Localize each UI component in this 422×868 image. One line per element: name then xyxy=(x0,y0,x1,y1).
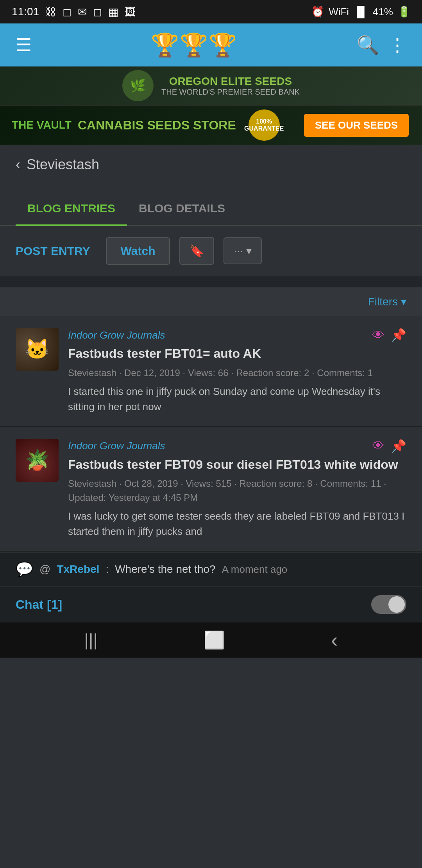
entry-category-1[interactable]: Indoor Grow Journals xyxy=(68,329,165,341)
seedbank-banner[interactable]: 🌿 OREGON ELITE SEEDS THE WORLD'S PREMIER… xyxy=(0,66,422,106)
nav-back-icon[interactable]: ‹ xyxy=(331,628,338,652)
nav-menu-icon[interactable]: ||| xyxy=(84,630,98,650)
chat-colon: : xyxy=(106,563,109,576)
qr-icon: ▦ xyxy=(108,5,118,18)
watch-label: Watch xyxy=(121,244,156,258)
pin-icon-1: 📌 xyxy=(391,328,406,343)
tab-blog-details[interactable]: BLOG DETAILS xyxy=(127,192,237,226)
vault-cta-button[interactable]: SEE OUR SEEDS xyxy=(304,114,409,137)
entry-reaction-2: Reaction score: 8 xyxy=(240,478,313,489)
entry-date-1: Dec 12, 2019 xyxy=(124,368,180,378)
filters-button[interactable]: Filters ▾ xyxy=(368,295,406,308)
entry-category-2[interactable]: Indoor Grow Journals xyxy=(68,440,165,452)
entry-excerpt-1: I started this one in jiffy puck on Sund… xyxy=(68,384,406,414)
banner-ads: 🌿 OREGON ELITE SEEDS THE WORLD'S PREMIER… xyxy=(0,66,422,145)
chat-notification: 💬 @ TxRebel : Where's the net tho? A mom… xyxy=(0,552,422,586)
seedbank-name: OREGON ELITE SEEDS xyxy=(161,75,300,88)
blog-tabs: BLOG ENTRIES BLOG DETAILS xyxy=(0,192,422,226)
instagram-icon: ◻ xyxy=(63,5,72,18)
thumbnail-image-2: 🪴 xyxy=(16,439,59,482)
chat-message-text: Where's the net tho? xyxy=(115,563,216,576)
entry-title-2: Fastbuds tester FBT09 sour diesel FBT013… xyxy=(68,457,406,473)
wifi-icon: WiFi xyxy=(329,6,349,18)
vault-brand: THE VAULT xyxy=(12,119,72,131)
post-entry-button[interactable]: POST ENTRY xyxy=(16,244,90,258)
entry-meta-top-1: Indoor Grow Journals 👁 📌 xyxy=(68,328,406,343)
entry-comments-2: Comments: 11 xyxy=(320,478,381,489)
thumbnail-image-1: 🐱 xyxy=(16,328,59,371)
back-navigation[interactable]: ‹ Steviestash xyxy=(0,145,422,185)
battery-level: 41% xyxy=(373,6,393,18)
chat-timestamp: A moment ago xyxy=(222,563,288,576)
blog-entry-2[interactable]: 🪴 Indoor Grow Journals 👁 📌 Fastbuds test… xyxy=(0,427,422,552)
entry-content-1: Indoor Grow Journals 👁 📌 Fastbuds tester… xyxy=(68,328,406,414)
entry-author-1: Steviestash xyxy=(68,368,116,378)
more-dots-label: ··· xyxy=(234,245,243,257)
entry-title-1: Fastbuds tester FBT01= auto AK xyxy=(68,346,406,362)
vault-store-name: CANNABIS SEEDS STORE xyxy=(78,118,236,133)
alarm-icon: ⏰ xyxy=(311,6,324,18)
more-actions-button[interactable]: ··· ▾ xyxy=(224,237,261,264)
mail-icon: ✉ xyxy=(78,5,87,18)
chat-at-symbol: @ xyxy=(39,563,50,576)
seedbank-tagline: THE WORLD'S PREMIER SEED BANK xyxy=(161,88,300,97)
entry-views-2: Views: 515 xyxy=(186,478,232,489)
chat-toggle-knob xyxy=(388,596,405,613)
back-chevron-icon[interactable]: ‹ xyxy=(16,156,20,173)
vault-guarantee-badge: 100% GUARANTEE xyxy=(249,109,280,141)
battery-icon: 🔋 xyxy=(398,6,410,18)
entry-icons-2: 👁 📌 xyxy=(372,439,406,454)
hamburger-menu-button[interactable]: ☰ xyxy=(16,34,32,56)
status-left: 11:01 ⛓ ◻ ✉ ◻ ▦ 🖼 xyxy=(12,5,136,18)
filters-label: Filters xyxy=(368,296,398,308)
chain-icon: ⛓ xyxy=(45,5,56,18)
bottom-nav-bar: ||| ⬜ ‹ xyxy=(0,622,422,658)
pin-icon-2: 📌 xyxy=(391,439,406,454)
entry-comments-1: Comments: 1 xyxy=(317,368,373,378)
more-options-icon[interactable]: ⋮ xyxy=(388,34,406,56)
filters-bar: Filters ▾ xyxy=(0,287,422,316)
nav-right-actions: 🔍 ⋮ xyxy=(357,34,406,56)
entry-meta-top-2: Indoor Grow Journals 👁 📌 xyxy=(68,439,406,454)
dropdown-chevron-icon: ▾ xyxy=(246,244,252,257)
top-nav-bar: ☰ 🏆🏆🏆 🔍 ⋮ xyxy=(0,23,422,66)
entry-thumbnail-1: 🐱 xyxy=(16,328,59,371)
entry-info-1: Steviestash · Dec 12, 2019 · Views: 66 ·… xyxy=(68,366,406,380)
chat-bubble-icon: 💬 xyxy=(16,561,33,577)
bookmark-button[interactable]: 🔖 xyxy=(179,237,214,265)
watch-button[interactable]: Watch xyxy=(106,237,170,265)
entry-thumbnail-2: 🪴 xyxy=(16,439,59,482)
status-time: 11:01 xyxy=(12,5,39,18)
entry-date-2: Oct 28, 2019 xyxy=(124,478,178,489)
action-bar: POST ENTRY Watch 🔖 ··· ▾ xyxy=(0,226,422,276)
search-icon[interactable]: 🔍 xyxy=(357,34,379,56)
chat-username[interactable]: TxRebel xyxy=(57,563,99,576)
entry-header-2: 🪴 Indoor Grow Journals 👁 📌 Fastbuds test… xyxy=(16,439,406,540)
back-title-label: Steviestash xyxy=(27,156,99,173)
status-right: ⏰ WiFi ▐▌ 41% 🔋 xyxy=(311,6,410,18)
chat-label[interactable]: Chat [1] xyxy=(16,597,62,612)
entry-updated-2: Updated: Yesterday at 4:45 PM xyxy=(68,492,198,503)
entry-icons-1: 👁 📌 xyxy=(372,328,406,343)
blog-entries-list: 🐱 Indoor Grow Journals 👁 📌 Fastbuds test… xyxy=(0,316,422,552)
section-divider xyxy=(0,276,422,287)
entry-excerpt-2: I was lucky to get some tester seeds the… xyxy=(68,509,406,539)
filters-chevron-icon: ▾ xyxy=(401,295,406,308)
watched-eye-icon-2: 👁 xyxy=(372,439,384,453)
status-bar: 11:01 ⛓ ◻ ✉ ◻ ▦ 🖼 ⏰ WiFi ▐▌ 41% 🔋 xyxy=(0,0,422,23)
blog-entry-1[interactable]: 🐱 Indoor Grow Journals 👁 📌 Fastbuds test… xyxy=(0,316,422,427)
chat-toggle-button[interactable] xyxy=(371,595,406,614)
instagram2-icon: ◻ xyxy=(93,5,102,18)
watched-eye-icon-1: 👁 xyxy=(372,328,384,343)
vault-banner[interactable]: THE VAULT CANNABIS SEEDS STORE 100% GUAR… xyxy=(0,106,422,145)
tab-blog-entries[interactable]: BLOG ENTRIES xyxy=(16,192,127,226)
entry-author-2: Steviestash xyxy=(68,478,116,489)
entry-reaction-1: Reaction score: 2 xyxy=(236,368,309,378)
logo-icon: 🏆🏆🏆 xyxy=(151,32,238,58)
entry-header-1: 🐱 Indoor Grow Journals 👁 📌 Fastbuds test… xyxy=(16,328,406,414)
chat-bar: Chat [1] xyxy=(0,586,422,622)
app-logo: 🏆🏆🏆 xyxy=(32,32,357,58)
signal-icon: ▐▌ xyxy=(354,6,368,18)
nav-home-icon[interactable]: ⬜ xyxy=(204,630,225,650)
entry-content-2: Indoor Grow Journals 👁 📌 Fastbuds tester… xyxy=(68,439,406,540)
